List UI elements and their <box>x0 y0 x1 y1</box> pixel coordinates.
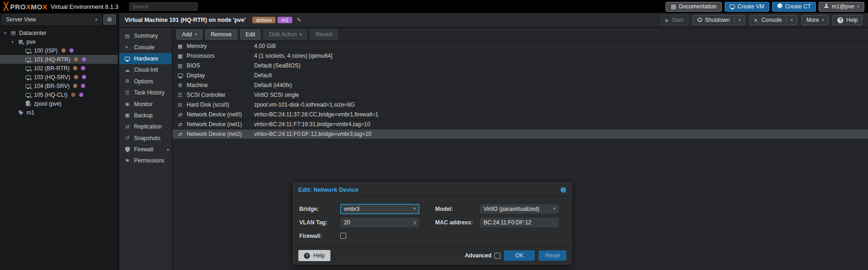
expander-icon[interactable]: ▾ <box>3 31 7 35</box>
create-vm-button[interactable]: Create VM <box>725 2 769 12</box>
tree-item-104-br-srv[interactable]: ▸104 (BR-SRV) <box>0 81 118 90</box>
terminal-icon: >_ <box>124 45 131 50</box>
documentation-button[interactable]: ▤Documentation <box>666 2 721 12</box>
chevron-down-icon[interactable]: ▾ <box>791 18 793 22</box>
firewall-checkbox[interactable] <box>340 233 346 239</box>
shield-icon <box>124 147 131 152</box>
sidebar-gear-button[interactable]: ⚙ <box>103 14 116 25</box>
vm-running-icon: ▸ <box>25 75 32 79</box>
tree-item-zpool-pve[interactable]: zpool (pve) <box>0 99 118 108</box>
dialog-help-button[interactable]: ? Help <box>298 250 330 261</box>
nav-item-label: Options <box>134 78 153 85</box>
table-row-network-device-net2[interactable]: ⇄Network Device (net2)virtio=BC:24:11:F0… <box>173 129 868 139</box>
table-row-memory[interactable]: ▦Memory4.00 GiB <box>173 41 868 51</box>
tag-dot <box>71 93 75 97</box>
advanced-toggle: Advanced <box>465 252 500 259</box>
bridge-combobox[interactable]: vmbr3 ▾ <box>340 204 419 214</box>
spinner-arrows-icon[interactable]: ▴▾ <box>414 220 416 225</box>
tree-item-m1[interactable]: m1 <box>0 108 118 117</box>
disk-action-button[interactable]: Disk Action▾ <box>263 29 307 40</box>
more-button[interactable]: More▾ <box>801 15 828 25</box>
table-row-machine[interactable]: ⚙MachineDefault (i440fx) <box>173 81 868 90</box>
floppy-icon: ▣ <box>124 112 131 118</box>
nav-item-label: Snapshots <box>134 135 161 142</box>
nav-item-backup[interactable]: ▣Backup <box>119 110 172 121</box>
chevron-down-icon[interactable]: ▾ <box>739 18 741 22</box>
chip-icon: ▥ <box>176 63 184 69</box>
row-label: Network Device (net0) <box>187 111 254 118</box>
monitor-icon <box>124 57 131 61</box>
book-icon: ▤ <box>124 33 131 39</box>
table-row-network-device-net1[interactable]: ⇄Network Device (net1)virtio=BC:24:11:F7… <box>173 120 868 129</box>
table-row-network-device-net0[interactable]: ⇄Network Device (net0)virtio=BC:24:11:37… <box>173 110 868 120</box>
nav-item-replication[interactable]: ⇄Replication <box>119 121 172 132</box>
tree-item-101-hq-rtr[interactable]: ▸101 (HQ-RTR) <box>0 55 118 64</box>
bridge-label: Bridge: <box>299 206 340 212</box>
nav-item-options[interactable]: ⚙Options <box>119 76 172 87</box>
row-value: Default (SeaBIOS) <box>254 62 300 69</box>
tree-item-105-hq-cli[interactable]: ▸105 (HQ-CLI) <box>0 90 118 99</box>
nav-item-label: Summary <box>134 33 158 39</box>
nav-item-task-history[interactable]: ☰Task History <box>119 87 172 98</box>
table-row-display[interactable]: DisplayDefault <box>173 71 868 81</box>
vlan-tag-spinner[interactable]: 20 ▴▾ <box>340 217 419 228</box>
start-button[interactable]: ▶Start <box>661 15 688 25</box>
tree-item-pve[interactable]: ▾▦pve <box>0 37 118 46</box>
nav-item-permissions[interactable]: ⚑Permissions <box>119 155 172 166</box>
expander-icon[interactable]: ▾ <box>10 40 15 44</box>
nav-item-cloud-init[interactable]: ☁Cloud-Init <box>119 64 172 75</box>
shutdown-button[interactable]: Shutdown▾ <box>693 15 746 25</box>
model-label: Model: <box>435 206 480 212</box>
edit-tags-pencil-icon[interactable]: ✎ <box>296 17 301 23</box>
list-icon: ☰ <box>124 90 131 96</box>
tree-item-102-br-rtr[interactable]: ▸102 (BR-RTR) <box>0 64 118 73</box>
nav-item-label: Cloud-Init <box>134 67 158 73</box>
add-button[interactable]: Add▾ <box>176 29 202 40</box>
nav-item-snapshots[interactable]: ↺Snapshots <box>119 133 172 144</box>
vm-running-icon: ▸ <box>25 67 32 70</box>
tag-dot <box>73 84 77 88</box>
search-input[interactable] <box>129 2 198 11</box>
tree-item-100-isp[interactable]: ▸100 (ISP) <box>0 46 118 55</box>
dialog-title: Edit: Network Device <box>298 186 358 193</box>
help-button[interactable]: ?Help <box>833 15 862 25</box>
m1-pve-button[interactable]: m1@pve▾ <box>819 2 864 12</box>
model-combobox[interactable]: VirtIO (paravirtualized) ▾ <box>480 204 559 214</box>
table-row-processors[interactable]: ▩Processors4 (1 sockets, 4 cores) [qemu6… <box>173 51 868 61</box>
vm-config-nav: ▤Summary>_ConsoleHardware☁Cloud-Init⚙Opt… <box>119 28 172 270</box>
row-label: Memory <box>187 43 254 49</box>
table-row-bios[interactable]: ▥BIOSDefault (SeaBIOS) <box>173 61 868 71</box>
advanced-checkbox[interactable] <box>494 253 500 259</box>
nav-item-console[interactable]: >_Console <box>119 41 172 53</box>
dialog-title-bar[interactable]: Edit: Network Device ⊗ <box>294 183 571 197</box>
ok-button[interactable]: OK <box>504 250 535 261</box>
history-icon: ↺ <box>124 135 131 141</box>
nav-item-label: Hardware <box>134 55 158 62</box>
gears-icon: ⚙ <box>176 82 184 88</box>
tree-item-103-hq-srv[interactable]: ▸103 (HQ-SRV) <box>0 73 118 81</box>
nav-item-firewall[interactable]: Firewall▸ <box>119 144 172 155</box>
row-label: Network Device (net2) <box>187 131 254 137</box>
chevron-down-icon: ▾ <box>300 33 302 37</box>
nav-item-hardware[interactable]: Hardware <box>119 53 172 64</box>
reset-button[interactable]: Reset <box>538 250 566 261</box>
tree-item-datacenter[interactable]: ▾▤Datacenter <box>0 28 118 37</box>
close-icon[interactable]: ⊗ <box>560 186 566 194</box>
chevron-down-icon[interactable]: ▾ <box>553 207 555 211</box>
table-row-hard-disk-scsi0[interactable]: ⊟Hard Disk (scsi0)zpool:vm-101-disk-0,io… <box>173 100 868 110</box>
console-button[interactable]: >_Console▾ <box>749 15 797 25</box>
table-row-scsi-controller[interactable]: ☰SCSI ControllerVirtIO SCSI single <box>173 90 868 100</box>
remove-button[interactable]: Remove <box>205 29 237 40</box>
mac-address-field[interactable]: BC:24:11:F0:DF:12 <box>480 217 559 228</box>
revert-button[interactable]: Revert <box>310 29 337 40</box>
firewall-label: Firewall: <box>299 233 340 239</box>
edit-button[interactable]: Edit <box>240 29 261 40</box>
chevron-down-icon[interactable]: ▾ <box>413 207 416 211</box>
sidebar-header: Server View ▾ ⚙ <box>0 13 118 26</box>
nav-item-summary[interactable]: ▤Summary <box>119 30 172 41</box>
tag-dot <box>81 84 85 88</box>
nav-item-monitor[interactable]: ◉Monitor <box>119 98 172 109</box>
row-value: virtio=BC:24:11:37:28:CC,bridge=vmbr1,fi… <box>254 111 378 118</box>
create-ct-button[interactable]: Create CT <box>772 2 816 12</box>
view-selector[interactable]: Server View ▾ <box>2 14 101 25</box>
